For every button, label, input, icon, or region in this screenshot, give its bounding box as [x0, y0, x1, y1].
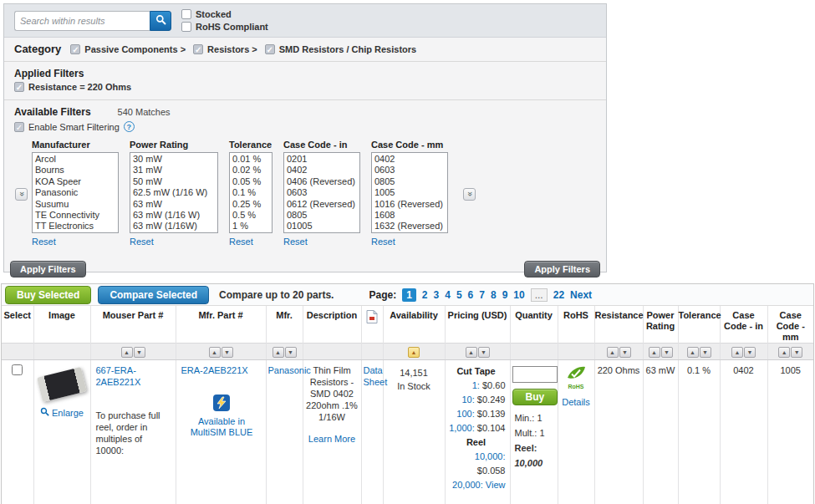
- breadcrumb-passive-components[interactable]: ✓ Passive Components >: [70, 44, 186, 54]
- filter-option[interactable]: 0201: [287, 154, 357, 165]
- filter-option[interactable]: 31 mW: [133, 165, 215, 176]
- quantity-input[interactable]: [512, 366, 558, 383]
- smart-filtering-checkbox[interactable]: ✓: [14, 122, 24, 132]
- case-code-mm-listbox[interactable]: 04020603080510051016 (Reversed)16081632 …: [371, 152, 448, 233]
- filter-option[interactable]: 30 mW: [133, 154, 215, 165]
- expand-filters-left-button[interactable]: »: [15, 188, 28, 201]
- applied-filter-checkbox[interactable]: ✓: [14, 82, 24, 92]
- reset-link[interactable]: Reset: [130, 237, 154, 247]
- filter-option[interactable]: 0.05 %: [232, 176, 269, 187]
- sort-asc-button[interactable]: ▲: [209, 347, 221, 358]
- part-image[interactable]: [37, 367, 87, 402]
- apply-filters-button-left[interactable]: Apply Filters: [10, 261, 86, 277]
- filter-option[interactable]: 0.01 %: [232, 154, 269, 165]
- filter-option[interactable]: 0612 (Reversed): [287, 199, 357, 210]
- sort-asc-button[interactable]: ▲: [687, 347, 699, 358]
- filter-option[interactable]: 0805: [374, 176, 445, 187]
- mouser-part-link[interactable]: 667-ERA-2AEB221X: [96, 365, 141, 387]
- filter-option[interactable]: 1016 (Reversed): [374, 199, 445, 210]
- page-current[interactable]: 1: [402, 288, 416, 302]
- search-input[interactable]: [14, 11, 150, 31]
- breadcrumb-resistors[interactable]: ✓ Resistors >: [193, 44, 257, 54]
- price-view-link[interactable]: View: [486, 480, 506, 490]
- stocked-checkbox-row[interactable]: Stocked: [181, 9, 268, 19]
- filter-option[interactable]: Bourns: [35, 165, 115, 176]
- filter-option[interactable]: 63 mW (1/16W): [133, 221, 215, 232]
- filter-option[interactable]: 1 %: [232, 221, 269, 232]
- sort-asc-button[interactable]: ▲: [273, 347, 284, 358]
- filter-option[interactable]: 50 mW: [133, 176, 215, 187]
- mfr-part-link[interactable]: ERA-2AEB221X: [181, 365, 248, 375]
- filter-option[interactable]: 0.25 %: [232, 199, 269, 210]
- price-qty-link[interactable]: 10,000:: [475, 451, 506, 461]
- page-link-last[interactable]: 22: [553, 289, 564, 301]
- page-link[interactable]: 2: [422, 289, 428, 301]
- filter-option[interactable]: Arcol: [35, 154, 115, 165]
- learn-more-link[interactable]: Learn More: [305, 433, 359, 445]
- help-icon[interactable]: ?: [124, 121, 135, 132]
- buy-button[interactable]: Buy: [512, 389, 558, 405]
- filter-option[interactable]: 1608: [374, 210, 445, 221]
- sort-asc-button[interactable]: ▲: [778, 347, 790, 358]
- sort-desc-button[interactable]: ▼: [222, 347, 233, 358]
- filter-option[interactable]: 63 mW (1/16 W): [133, 210, 215, 221]
- sort-desc-button[interactable]: ▼: [791, 347, 802, 358]
- filter-option[interactable]: 0.1 %: [232, 187, 269, 198]
- filter-option[interactable]: 01005: [287, 221, 357, 232]
- sort-asc-button[interactable]: ▲: [649, 347, 660, 358]
- filter-option[interactable]: 0402: [374, 154, 445, 165]
- page-next-link[interactable]: Next: [570, 289, 592, 301]
- filter-option[interactable]: 62.5 mW (1/16 W): [133, 187, 215, 198]
- page-link[interactable]: 9: [502, 289, 508, 301]
- sort-desc-button[interactable]: ▼: [478, 347, 490, 358]
- rohs-compliant-checkbox[interactable]: [181, 22, 191, 32]
- sort-asc-button[interactable]: ▲: [731, 347, 743, 358]
- smart-filtering-row[interactable]: ✓ Enable Smart Filtering ?: [14, 121, 596, 132]
- sort-desc-button[interactable]: ▼: [744, 347, 756, 358]
- sort-asc-button[interactable]: ▲: [121, 347, 133, 358]
- sort-desc-button[interactable]: ▼: [700, 347, 711, 358]
- page-link[interactable]: 10: [513, 289, 524, 301]
- reset-link[interactable]: Reset: [371, 237, 395, 247]
- filter-option[interactable]: 0.5 %: [232, 210, 269, 221]
- manufacturer-listbox[interactable]: ArcolBournsKOA SpeerPanasonicSusumuTE Co…: [32, 152, 119, 233]
- price-qty-link[interactable]: 1,000:: [449, 423, 475, 433]
- power-rating-listbox[interactable]: 30 mW31 mW50 mW62.5 mW (1/16 W)63 mW63 m…: [130, 152, 218, 233]
- filter-option[interactable]: TE Connectivity: [35, 210, 115, 221]
- expand-filters-right-button[interactable]: »: [463, 188, 476, 201]
- multisim-link[interactable]: Available in MultiSIM BLUE: [181, 416, 262, 438]
- search-button[interactable]: [150, 11, 171, 31]
- page-link[interactable]: 6: [468, 289, 474, 301]
- filter-option[interactable]: 0603: [287, 187, 357, 198]
- filter-option[interactable]: 0406 (Reversed): [287, 176, 357, 187]
- tolerance-listbox[interactable]: 0.01 %0.02 %0.05 %0.1 %0.25 %0.5 %1 %: [229, 152, 273, 233]
- breadcrumb-smd-resistors[interactable]: ✓ SMD Resistors / Chip Resistors: [265, 44, 416, 54]
- reset-link[interactable]: Reset: [32, 237, 56, 247]
- page-link[interactable]: 7: [479, 289, 485, 301]
- page-link[interactable]: 4: [445, 289, 451, 301]
- reset-link[interactable]: Reset: [283, 237, 308, 247]
- filter-option[interactable]: Susumu: [35, 199, 115, 210]
- page-link[interactable]: 5: [456, 289, 462, 301]
- buy-selected-button[interactable]: Buy Selected: [5, 286, 91, 304]
- price-qty-link[interactable]: 100:: [456, 409, 474, 419]
- filter-option[interactable]: 1005: [374, 187, 445, 198]
- sort-asc-button[interactable]: ▲: [607, 347, 619, 358]
- rohs-details-link[interactable]: Details: [560, 396, 593, 408]
- filter-option[interactable]: 1632 (Reversed): [374, 221, 445, 232]
- rohs-compliant-checkbox-row[interactable]: RoHS Compliant: [181, 22, 268, 32]
- apply-filters-button-right[interactable]: Apply Filters: [524, 261, 600, 277]
- applied-filter-resistance[interactable]: ✓ Resistance = 220 Ohms: [14, 82, 596, 92]
- sort-asc-button[interactable]: ▲: [466, 347, 477, 358]
- page-link[interactable]: 8: [491, 289, 497, 301]
- filter-option[interactable]: 0805: [287, 210, 357, 221]
- price-qty-link[interactable]: 1:: [472, 380, 480, 390]
- filter-option[interactable]: 0.02 %: [232, 165, 269, 176]
- compare-selected-button[interactable]: Compare Selected: [98, 286, 209, 304]
- case-code-in-listbox[interactable]: 020104020406 (Reversed)06030612 (Reverse…: [283, 152, 360, 233]
- filter-option[interactable]: 0603: [374, 165, 445, 176]
- sort-desc-button[interactable]: ▼: [619, 347, 631, 358]
- sort-desc-button[interactable]: ▼: [134, 347, 145, 358]
- page-link[interactable]: 3: [434, 289, 440, 301]
- sort-desc-button[interactable]: ▼: [661, 347, 673, 358]
